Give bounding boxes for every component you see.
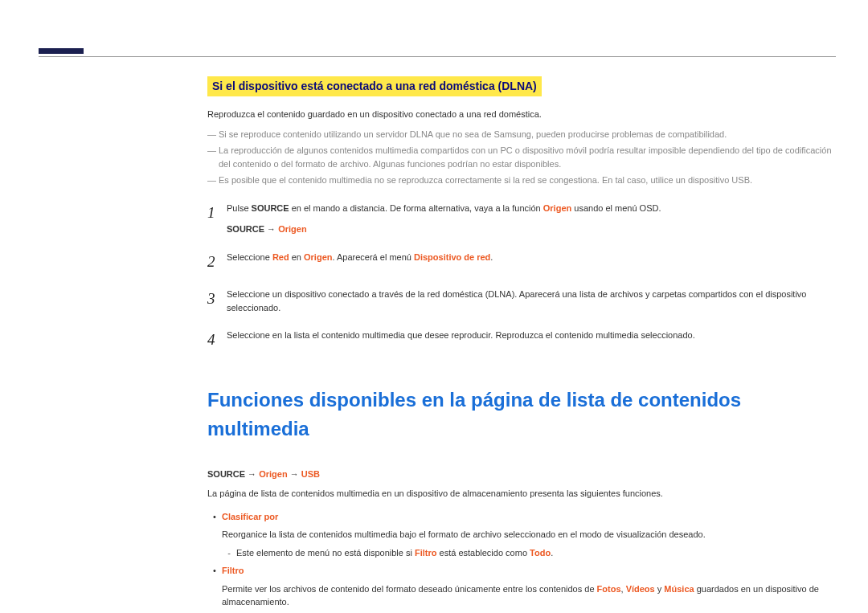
step-number: 4	[207, 329, 227, 352]
page-content: Si el dispositivo está conectado a una r…	[207, 76, 836, 613]
text: Seleccione	[227, 252, 272, 262]
bullet-clasificar-desc: Reorganice la lista de contenidos multim…	[207, 528, 836, 541]
step-2: 2 Seleccione Red en Origen. Aparecerá el…	[207, 251, 836, 274]
text: Permite ver los archivos de contenido de…	[222, 584, 597, 594]
text: y	[655, 584, 665, 594]
accent-bar	[39, 48, 84, 54]
text: en el mando a distancia. De forma altern…	[289, 203, 543, 213]
crumb-source: SOURCE	[207, 469, 245, 479]
bullet-filtro: • Filtro	[207, 564, 836, 578]
text: . Aparecerá el menú	[332, 252, 414, 262]
bullet-clasificar-sub: - Este elemento de menú no está disponib…	[222, 546, 836, 560]
note-text: Es posible que el contenido multimedia n…	[219, 174, 836, 187]
bullet-list: • Clasificar por Reorganice la lista de …	[207, 510, 836, 614]
kw-todo: Todo	[530, 548, 551, 558]
bullet-text: Reorganice la lista de contenidos multim…	[222, 528, 836, 541]
section2-intro: La página de lista de contenidos multime…	[207, 487, 836, 501]
crumb-origen: Origen	[259, 469, 287, 479]
kw-fotos: Fotos	[597, 584, 621, 594]
bullet-filtro-desc: Permite ver los archivos de contenido de…	[207, 582, 836, 609]
crumb-arrow: →	[264, 224, 278, 234]
spacer	[207, 582, 222, 609]
spacer	[207, 528, 222, 541]
note-text: Si se reproduce contenido utilizando un …	[219, 128, 836, 141]
bullet-clasificar: • Clasificar por	[207, 510, 836, 524]
step-body: Seleccione Red en Origen. Aparecerá el m…	[227, 251, 836, 264]
dash-icon: ―	[207, 128, 219, 141]
note-text: La reproducción de algunos contenidos mu…	[219, 144, 836, 170]
steps-list: 1 Pulse SOURCE en el mando a distancia. …	[207, 202, 836, 352]
kw-origen: Origen	[304, 252, 332, 262]
kw-red: Red	[272, 252, 289, 262]
crumb-source: SOURCE	[227, 224, 264, 234]
crumb-arrow: →	[288, 469, 301, 479]
kw-musica: Música	[664, 584, 694, 594]
bullet-icon: •	[207, 510, 222, 524]
step-number: 1	[207, 202, 227, 225]
step-body: Seleccione en la lista el contenido mult…	[227, 329, 836, 342]
note-2: ― La reproducción de algunos contenidos …	[207, 144, 836, 170]
bullet-icon: •	[207, 564, 222, 578]
step-4: 4 Seleccione en la lista el contenido mu…	[207, 329, 836, 352]
step-body: Pulse SOURCE en el mando a distancia. De…	[227, 202, 836, 236]
text: Este elemento de menú no está disponible…	[236, 548, 415, 558]
step-3: 3 Seleccione un dispositivo conectado a …	[207, 288, 836, 314]
step-1: 1 Pulse SOURCE en el mando a distancia. …	[207, 202, 836, 236]
breadcrumb-source-origen-usb: SOURCE → Origen → USB	[207, 468, 836, 481]
bullet-title: Filtro	[222, 564, 836, 578]
kw-origen: Origen	[543, 203, 571, 213]
text: Pulse	[227, 203, 252, 213]
kw-videos: Vídeos	[626, 584, 655, 594]
note-3: ― Es posible que el contenido multimedia…	[207, 174, 836, 187]
step-body: Seleccione un dispositivo conectado a tr…	[227, 288, 836, 314]
kw-source: SOURCE	[252, 203, 289, 213]
dash-icon: ―	[207, 174, 219, 187]
kw-filtro: Filtro	[415, 548, 437, 558]
step-number: 2	[207, 251, 227, 274]
section-heading-functions: Funciones disponibles en la página de li…	[207, 386, 836, 443]
text: .	[551, 548, 553, 558]
crumb-usb: USB	[301, 469, 320, 479]
note-1: ― Si se reproduce contenido utilizando u…	[207, 128, 836, 141]
text: está establecido como	[436, 548, 530, 558]
text: .	[490, 252, 493, 262]
dash-icon: ―	[207, 144, 219, 170]
breadcrumb-source-origen: SOURCE → Origen	[227, 223, 836, 236]
crumb-origen: Origen	[278, 224, 306, 234]
intro-text: Reproduzca el contenido guardado en un d…	[207, 108, 836, 121]
dash-icon: -	[222, 546, 236, 560]
text: en	[289, 252, 304, 262]
bullet-text: Permite ver los archivos de contenido de…	[222, 582, 836, 609]
step-number: 3	[207, 288, 227, 311]
top-divider	[39, 56, 836, 57]
bullet-title: Clasificar por	[222, 510, 836, 524]
kw-dispositivo-red: Dispositivo de red	[414, 252, 490, 262]
section-heading-dlna: Si el dispositivo está conectado a una r…	[207, 76, 542, 96]
crumb-arrow: →	[245, 469, 259, 479]
text: usando el menú OSD.	[571, 203, 661, 213]
bullet-sub-text: Este elemento de menú no está disponible…	[236, 546, 836, 560]
